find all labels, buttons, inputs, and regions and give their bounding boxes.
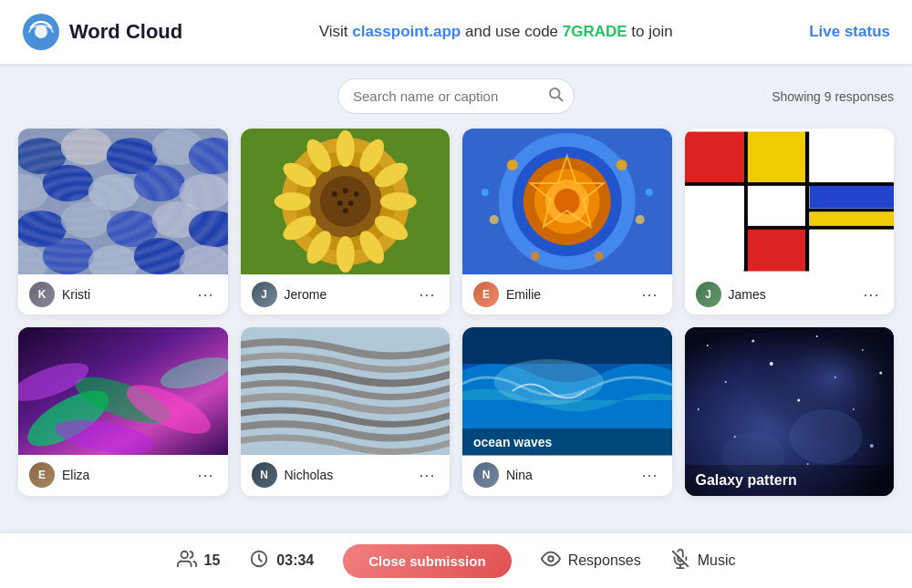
card-jerome: J Jerome ⋯ — [241, 129, 451, 315]
svg-rect-72 — [809, 186, 894, 209]
svg-point-8 — [189, 138, 228, 174]
svg-point-61 — [482, 189, 489, 196]
close-submission-button[interactable]: Close submission — [343, 544, 511, 578]
svg-point-20 — [43, 238, 94, 274]
user-info-eliza: E Eliza — [29, 462, 89, 488]
username-kristi: Kristi — [62, 287, 90, 302]
cards-row-2: E Eliza ⋯ — [18, 327, 894, 496]
svg-point-109 — [181, 551, 187, 557]
svg-point-32 — [379, 192, 416, 211]
svg-point-5 — [61, 129, 112, 165]
svg-point-43 — [353, 191, 358, 197]
card-eliza: E Eliza ⋯ — [18, 327, 228, 496]
svg-point-13 — [180, 174, 228, 211]
svg-point-57 — [490, 215, 499, 224]
avatar-kristi: K — [29, 282, 55, 307]
svg-point-18 — [189, 211, 228, 247]
svg-point-21 — [88, 245, 140, 274]
svg-point-17 — [152, 201, 203, 238]
card-image-mosaic — [462, 129, 672, 274]
more-options-nicholas[interactable]: ⋯ — [415, 465, 439, 485]
user-info-emilie: E Emilie — [473, 282, 541, 307]
svg-point-23 — [180, 245, 228, 274]
music-label: Music — [698, 552, 736, 569]
svg-point-19 — [18, 245, 48, 274]
svg-point-107 — [789, 409, 862, 464]
card-nina: ocean waves N Nina ⋯ — [462, 327, 672, 496]
responses-button[interactable]: Responses — [541, 549, 641, 573]
app-title: Word Cloud — [69, 20, 182, 44]
card-james: J James ⋯ — [685, 129, 895, 315]
search-button[interactable] — [547, 86, 564, 107]
more-options-eliza[interactable]: ⋯ — [193, 465, 217, 485]
svg-point-58 — [636, 215, 645, 224]
bottom-bar: 15 03:34 Close submission Responses — [0, 533, 912, 588]
galaxy-caption-text: Galaxy pattern — [696, 472, 797, 488]
svg-point-46 — [342, 208, 347, 213]
svg-point-95 — [815, 335, 817, 337]
svg-point-4 — [18, 138, 67, 174]
svg-point-89 — [494, 359, 604, 405]
svg-point-94 — [751, 340, 754, 343]
sunflower-svg — [241, 129, 451, 274]
avatar-jerome: J — [252, 282, 277, 307]
card-footer-emilie: E Emilie ⋯ — [462, 274, 672, 315]
svg-line-2 — [559, 98, 563, 101]
username-nina: Nina — [506, 468, 533, 482]
search-bar-row: Showing 9 responses — [18, 78, 894, 114]
search-input[interactable] — [337, 78, 575, 114]
user-info-nicholas: N Nicholas — [252, 462, 334, 488]
logo-area: Word Cloud — [22, 13, 182, 51]
more-options-nina[interactable]: ⋯ — [637, 465, 661, 485]
svg-point-45 — [347, 201, 353, 206]
timer-display: 03:34 — [249, 549, 314, 573]
responses-icon — [541, 549, 561, 573]
svg-point-103 — [852, 408, 854, 410]
card-footer-james: J James ⋯ — [685, 274, 895, 315]
user-info-jerome: J Jerome — [252, 282, 327, 307]
svg-point-55 — [507, 160, 518, 170]
more-options-jerome[interactable]: ⋯ — [415, 284, 439, 304]
card-image-galaxy: Galaxy pattern — [685, 327, 895, 496]
user-info-kristi: K Kristi — [29, 282, 90, 307]
svg-rect-70 — [747, 132, 804, 182]
header-announcement: Visit classpoint.app and use code 7GRADE… — [319, 23, 673, 41]
svg-point-12 — [134, 165, 185, 201]
avatar-james: J — [696, 282, 721, 307]
avatar-nina: N — [473, 462, 499, 488]
card-kristi: K Kristi ⋯ — [18, 129, 228, 315]
more-options-kristi[interactable]: ⋯ — [193, 284, 217, 304]
card-footer-jerome: J Jerome ⋯ — [241, 274, 451, 315]
svg-point-56 — [617, 160, 627, 170]
card-image-architecture — [241, 327, 451, 455]
blue-waves-svg — [18, 129, 228, 274]
participants-value: 15 — [204, 552, 221, 569]
card-image-sunflower — [241, 129, 451, 274]
cards-row-1: K Kristi ⋯ — [18, 129, 894, 315]
svg-point-101 — [697, 408, 699, 410]
timer-icon — [249, 549, 269, 573]
svg-point-100 — [834, 377, 835, 378]
username-eliza: Eliza — [62, 468, 89, 482]
svg-rect-76 — [747, 186, 804, 226]
card-footer-nicholas: N Nicholas ⋯ — [241, 455, 451, 495]
svg-point-1 — [550, 88, 560, 98]
main-content: Showing 9 responses — [0, 64, 912, 533]
website-link[interactable]: classpoint.app — [352, 23, 461, 40]
svg-rect-69 — [685, 132, 744, 182]
header: Word Cloud Visit classpoint.app and use … — [0, 0, 912, 64]
card-galaxy: Galaxy pattern — [685, 327, 895, 496]
svg-rect-77 — [747, 230, 804, 272]
card-image-mondrian — [685, 129, 895, 274]
svg-point-7 — [152, 129, 203, 165]
search-wrapper — [337, 78, 575, 114]
live-status-button[interactable]: Live status — [809, 23, 890, 41]
responses-label: Responses — [568, 552, 641, 569]
more-options-emilie[interactable]: ⋯ — [637, 284, 661, 304]
user-info-james: J James — [696, 282, 766, 307]
svg-point-44 — [337, 201, 342, 206]
svg-point-22 — [134, 238, 185, 274]
username-james: James — [729, 287, 766, 302]
more-options-james[interactable]: ⋯ — [859, 284, 883, 304]
music-button[interactable]: Music — [670, 549, 736, 573]
